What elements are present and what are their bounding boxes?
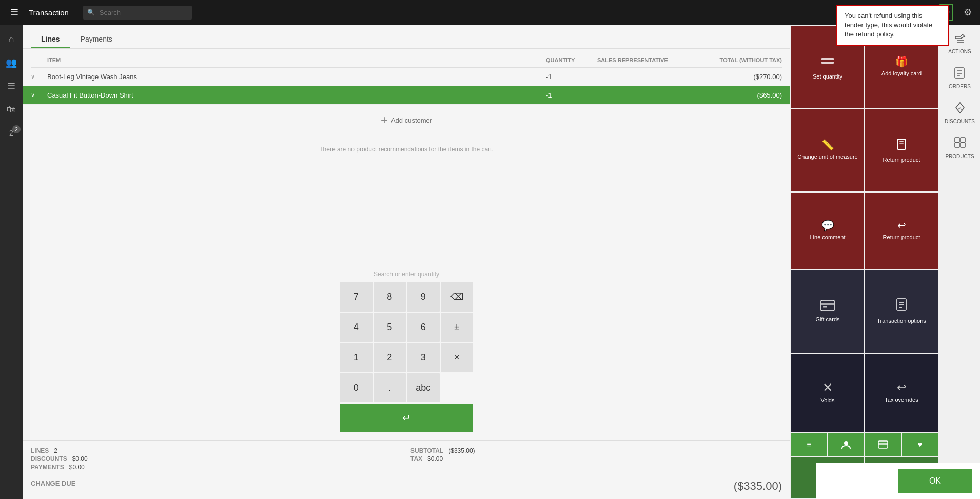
change-due-label: CHANGE DUE xyxy=(31,479,75,493)
tile-voids[interactable]: ✕ Voids xyxy=(791,354,864,432)
search-input[interactable] xyxy=(83,6,192,20)
numpad-9[interactable]: 9 xyxy=(407,282,440,312)
svg-rect-7 xyxy=(823,306,827,308)
sidebar-badge-icon[interactable]: 2 xyxy=(0,122,23,143)
row2-item: Casual Fit Button-Down Shirt xyxy=(47,91,546,99)
return-product2-icon: ↩ xyxy=(897,220,906,231)
left-sidebar: ⌂ 👥 ☰ 🛍 2 xyxy=(0,25,23,499)
numpad-enter[interactable]: ↵ xyxy=(340,404,473,432)
change-due-row: CHANGE DUE ($335.00) xyxy=(31,475,782,493)
hamburger-menu[interactable]: ☰ xyxy=(6,5,23,20)
products-label: PRODUCTS xyxy=(945,153,974,159)
row1-item: Boot-Leg Vintage Wash Jeans xyxy=(47,73,546,81)
svg-rect-4 xyxy=(899,143,904,144)
tile-return-product2[interactable]: ↩ Return product xyxy=(865,193,938,269)
numpad-grid: 7 8 9 ⌫ 4 5 6 ± 1 2 3 × 0 . abc ↵ xyxy=(340,282,473,432)
svg-rect-26 xyxy=(961,138,965,142)
small-tile-1[interactable]: ≡ xyxy=(791,433,827,456)
tabs-bar: Lines Payments xyxy=(23,25,790,49)
tab-lines[interactable]: Lines xyxy=(31,31,70,48)
tax-overrides-icon: ↩ xyxy=(897,382,906,393)
tile-change-uom[interactable]: 📏 Change unit of measure xyxy=(791,109,864,191)
tile-set-quantity-label: Set quantity xyxy=(813,73,842,80)
svg-rect-8 xyxy=(897,299,906,310)
table-row-selected[interactable]: ∨ Casual Fit Button-Down Shirt -1 ($65.0… xyxy=(23,86,790,105)
numpad-section: Search or enter quantity 7 8 9 ⌫ 4 5 6 ±… xyxy=(23,271,790,440)
tile-voids-label: Voids xyxy=(821,397,835,404)
return-product-icon xyxy=(894,137,909,153)
sidebar-people-icon[interactable]: 👥 xyxy=(0,52,23,73)
tile-transaction-options-label: Transaction options xyxy=(877,317,926,324)
numpad-2[interactable]: 2 xyxy=(374,343,406,372)
table-row[interactable]: ∨ Boot-Leg Vintage Wash Jeans -1 ($270.0… xyxy=(31,68,782,86)
summary-footer: LINES 2 SUBTOTAL ($335.00) DISCOUNTS $0.… xyxy=(23,440,790,499)
numpad-dot[interactable]: . xyxy=(374,373,406,402)
numpad-multiply[interactable]: × xyxy=(441,343,474,372)
tab-payments[interactable]: Payments xyxy=(70,31,123,48)
recommendation-text: There are no product recommendations for… xyxy=(23,136,790,271)
col-chevron xyxy=(31,57,47,63)
sidebar-discounts[interactable]: % DISCOUNTS xyxy=(943,97,977,129)
ok-panel: OK xyxy=(816,463,980,499)
right-sidebar: ACTIONS ORDERS % DISCOUNTS xyxy=(939,25,980,499)
numpad-abc[interactable]: abc xyxy=(407,373,440,402)
numpad-backspace[interactable]: ⌫ xyxy=(441,282,474,312)
tile-tax-overrides[interactable]: ↩ Tax overrides xyxy=(865,354,938,432)
subtotal-label: SUBTOTAL ($335.00) xyxy=(410,447,782,454)
small-tile-4[interactable]: ♥ xyxy=(902,433,938,456)
small-tile-2[interactable] xyxy=(828,433,864,456)
products-icon xyxy=(954,137,966,151)
sidebar-menu-icon[interactable]: ☰ xyxy=(0,75,23,97)
numpad-3[interactable]: 3 xyxy=(407,343,440,372)
voids-icon: ✕ xyxy=(822,381,833,394)
numpad-plusminus[interactable]: ± xyxy=(441,313,474,342)
line-comment-icon: 💬 xyxy=(821,220,834,231)
sidebar-home-icon[interactable]: ⌂ xyxy=(0,29,23,50)
svg-rect-11 xyxy=(878,443,888,445)
tile-return-product-label: Return product xyxy=(883,156,920,163)
orders-icon xyxy=(954,67,965,82)
top-navigation: ☰ Transaction 💬 ↻ ⚙ xyxy=(0,0,980,25)
tile-add-loyalty-label: Add loyalty card xyxy=(881,70,922,77)
numpad-1[interactable]: 1 xyxy=(340,343,373,372)
app-title: Transaction xyxy=(29,8,69,17)
tile-line-comment-label: Line comment xyxy=(810,234,845,241)
actions-icon xyxy=(953,34,966,47)
tile-return-product[interactable]: Return product xyxy=(865,109,938,191)
set-quantity-icon xyxy=(820,54,835,70)
numpad-7[interactable]: 7 xyxy=(340,282,373,312)
tiles-grid: Set quantity 🎁 Add loyalty card 📏 Change… xyxy=(790,25,939,433)
svg-rect-5 xyxy=(821,300,834,311)
numpad-0[interactable]: 0 xyxy=(340,373,373,402)
numpad-4[interactable]: 4 xyxy=(340,313,373,342)
ok-button[interactable]: OK xyxy=(898,469,972,493)
col-total: TOTAL (WITHOUT TAX) xyxy=(700,57,782,63)
payments-row: PAYMENTS $0.00 xyxy=(31,464,402,471)
settings-icon[interactable]: ⚙ xyxy=(962,5,974,20)
main-container: ⌂ 👥 ☰ 🛍 2 Lines Payments ITEM QUANTITY S… xyxy=(0,25,980,499)
actions-label: ACTIONS xyxy=(948,49,971,54)
discounts-icon: % xyxy=(954,102,966,117)
numpad-6[interactable]: 6 xyxy=(407,313,440,342)
row2-chevron: ∨ xyxy=(31,92,47,99)
sidebar-products[interactable]: PRODUCTS xyxy=(943,131,976,164)
content-area: Lines Payments ITEM QUANTITY SALES REPRE… xyxy=(23,25,790,499)
small-tile-3[interactable] xyxy=(865,433,901,456)
change-due-value: ($335.00) xyxy=(734,479,782,493)
svg-rect-24 xyxy=(961,143,965,147)
sidebar-bag-icon[interactable]: 🛍 xyxy=(0,99,23,120)
summary-grid: LINES 2 SUBTOTAL ($335.00) DISCOUNTS $0.… xyxy=(31,447,782,471)
row1-total: ($270.00) xyxy=(700,73,782,81)
numpad-8[interactable]: 8 xyxy=(374,282,406,312)
right-panel: Set quantity 🎁 Add loyalty card 📏 Change… xyxy=(790,25,939,499)
tile-transaction-options[interactable]: Transaction options xyxy=(865,270,938,352)
sidebar-orders[interactable]: ORDERS xyxy=(947,62,973,94)
row1-quantity: -1 xyxy=(546,73,597,81)
svg-rect-6 xyxy=(821,303,834,305)
tile-gift-cards[interactable]: Gift cards xyxy=(791,270,864,352)
add-loyalty-icon: 🎁 xyxy=(895,56,908,67)
sidebar-actions[interactable]: ACTIONS xyxy=(946,29,973,60)
tile-line-comment[interactable]: 💬 Line comment xyxy=(791,193,864,269)
add-customer-area[interactable]: + Add customer xyxy=(23,105,790,136)
numpad-5[interactable]: 5 xyxy=(374,313,406,342)
